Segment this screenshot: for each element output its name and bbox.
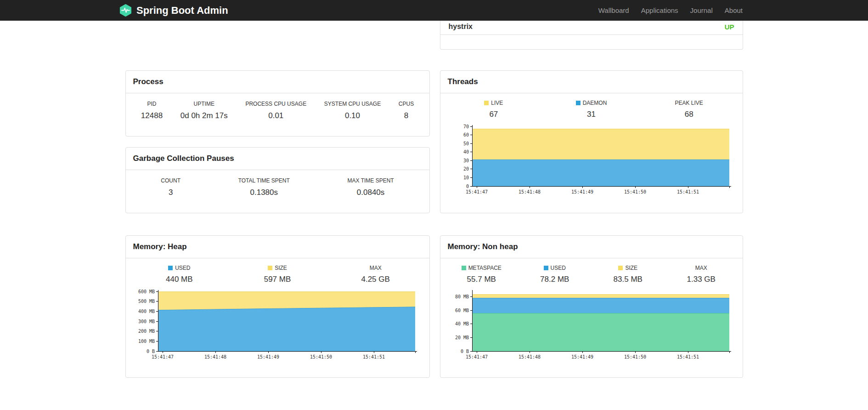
process-panel: Process PID 12488 UPTIME 0d 0h 2m 17s PR… <box>125 70 430 137</box>
svg-text:500 MB: 500 MB <box>138 299 155 304</box>
svg-text:60: 60 <box>463 132 468 137</box>
navbar: Spring Boot Admin Wallboard Applications… <box>0 0 868 21</box>
svg-text:600 MB: 600 MB <box>138 289 155 294</box>
svg-text:100 MB: 100 MB <box>138 339 155 344</box>
memory-nonheap-chart: 0 B20 MB40 MB60 MB80 MB15:41:4715:41:481… <box>449 289 734 363</box>
memory-heap-title: Memory: Heap <box>126 236 429 258</box>
svg-text:15:41:49: 15:41:49 <box>571 354 593 359</box>
svg-text:15:41:48: 15:41:48 <box>204 354 226 359</box>
daemon-swatch-icon <box>576 101 581 105</box>
svg-text:20 MB: 20 MB <box>455 335 468 340</box>
nav-journal[interactable]: Journal <box>684 6 719 14</box>
svg-text:40: 40 <box>463 149 468 154</box>
svg-text:300 MB: 300 MB <box>138 319 155 324</box>
nav-wallboard[interactable]: Wallboard <box>592 6 635 14</box>
legend-size: SIZE 597 MB <box>228 265 327 284</box>
nonheap-legend: METASPACE 55.7 MB USED 78.2 MB SIZE <box>440 258 743 284</box>
svg-text:60 MB: 60 MB <box>455 308 468 313</box>
live-swatch-icon <box>484 101 489 105</box>
memory-heap-chart: 0 B100 MB200 MB300 MB400 MB500 MB600 MB1… <box>135 289 420 363</box>
svg-text:15:41:49: 15:41:49 <box>257 354 279 359</box>
size-swatch-icon <box>268 266 272 270</box>
process-panel-title: Process <box>126 71 429 93</box>
svg-text:20: 20 <box>463 166 468 171</box>
size-swatch-icon <box>618 266 623 270</box>
metric-system-cpu-usage: SYSTEM CPU USAGE 0.10 <box>324 101 381 120</box>
used-swatch-icon <box>544 266 548 270</box>
legend-metaspace: METASPACE 55.7 MB <box>445 265 519 284</box>
threads-panel: Threads LIVE 67 DAEMON 31 <box>440 70 743 213</box>
metric-process-cpu-usage: PROCESS CPU USAGE 0.01 <box>245 101 306 120</box>
legend-used: USED 78.2 MB <box>518 265 592 284</box>
legend-live: LIVE 67 <box>445 100 543 119</box>
svg-text:40 MB: 40 MB <box>455 321 468 326</box>
svg-text:400 MB: 400 MB <box>138 309 155 314</box>
svg-text:30: 30 <box>463 158 468 163</box>
legend-max: MAX 4.25 GB <box>327 265 425 284</box>
metric-uptime: UPTIME 0d 0h 2m 17s <box>180 101 228 120</box>
gc-metrics: COUNT 3 TOTAL TIME SPENT 0.1380s MAX TIM… <box>126 170 429 197</box>
metric-gc-max-time: MAX TIME SPENT 0.0840s <box>348 177 394 197</box>
svg-text:15:41:47: 15:41:47 <box>152 354 174 359</box>
application-name[interactable]: hystrix <box>449 23 473 31</box>
metaspace-swatch-icon <box>462 266 466 270</box>
legend-peak-live: PEAK LIVE 68 <box>640 100 738 119</box>
threads-panel-title: Threads <box>440 71 743 93</box>
memory-nonheap-panel: Memory: Non heap METASPACE 55.7 MB USED … <box>440 235 743 378</box>
gc-panel: Garbage Collection Pauses COUNT 3 TOTAL … <box>125 147 430 213</box>
svg-text:0 B: 0 B <box>460 349 468 354</box>
threads-legend: LIVE 67 DAEMON 31 PEAK LIVE 68 <box>440 93 743 119</box>
svg-text:50: 50 <box>463 141 468 146</box>
svg-text:15:41:50: 15:41:50 <box>624 354 646 359</box>
used-swatch-icon <box>168 266 173 270</box>
svg-text:15:41:47: 15:41:47 <box>465 354 487 359</box>
svg-text:70: 70 <box>463 124 468 129</box>
metric-pid: PID 12488 <box>141 101 163 120</box>
gc-panel-title: Garbage Collection Pauses <box>126 148 429 170</box>
application-row-hystrix[interactable]: hystrix UP <box>440 21 743 35</box>
metric-gc-count: COUNT 3 <box>161 177 180 197</box>
process-metrics: PID 12488 UPTIME 0d 0h 2m 17s PROCESS CP… <box>126 93 429 120</box>
svg-text:15:41:49: 15:41:49 <box>571 189 593 194</box>
content: hystrix UP Process PID 12488 UPTIME 0d 0… <box>125 21 743 378</box>
status-badge: UP <box>725 23 734 31</box>
brand-title: Spring Boot Admin <box>136 5 228 17</box>
memory-heap-panel: Memory: Heap USED 440 MB SIZE 597 MB <box>125 235 430 378</box>
brand[interactable]: Spring Boot Admin <box>119 4 228 17</box>
legend-used: USED 440 MB <box>130 265 229 284</box>
nav-applications[interactable]: Applications <box>635 6 684 14</box>
svg-text:15:41:50: 15:41:50 <box>310 354 332 359</box>
applications-panel: hystrix UP <box>440 21 743 50</box>
heap-legend: USED 440 MB SIZE 597 MB MAX 4.25 GB <box>126 258 429 284</box>
svg-text:15:41:50: 15:41:50 <box>624 189 646 194</box>
svg-text:200 MB: 200 MB <box>138 329 155 334</box>
svg-text:0 B: 0 B <box>147 349 155 354</box>
spring-boot-admin-logo-icon <box>119 4 132 17</box>
legend-max: MAX 1.33 GB <box>665 265 738 284</box>
nav-links: Wallboard Applications Journal About <box>592 6 749 14</box>
svg-text:15:41:51: 15:41:51 <box>676 354 699 359</box>
svg-text:15:41:48: 15:41:48 <box>518 189 540 194</box>
threads-chart: 01020304050607015:41:4715:41:4815:41:491… <box>449 124 734 198</box>
legend-size: SIZE 83.5 MB <box>592 265 665 284</box>
svg-text:0: 0 <box>466 184 468 189</box>
nav-about[interactable]: About <box>719 6 749 14</box>
svg-text:15:41:47: 15:41:47 <box>465 189 487 194</box>
metric-cpus: CPUS 8 <box>399 101 414 120</box>
svg-text:15:41:51: 15:41:51 <box>676 189 699 194</box>
svg-text:10: 10 <box>463 175 468 180</box>
svg-text:15:41:48: 15:41:48 <box>518 354 540 359</box>
metric-gc-total-time: TOTAL TIME SPENT 0.1380s <box>238 177 290 197</box>
memory-nonheap-title: Memory: Non heap <box>440 236 743 258</box>
legend-daemon: DAEMON 31 <box>542 100 640 119</box>
svg-text:80 MB: 80 MB <box>455 294 468 299</box>
svg-text:15:41:51: 15:41:51 <box>363 354 385 359</box>
